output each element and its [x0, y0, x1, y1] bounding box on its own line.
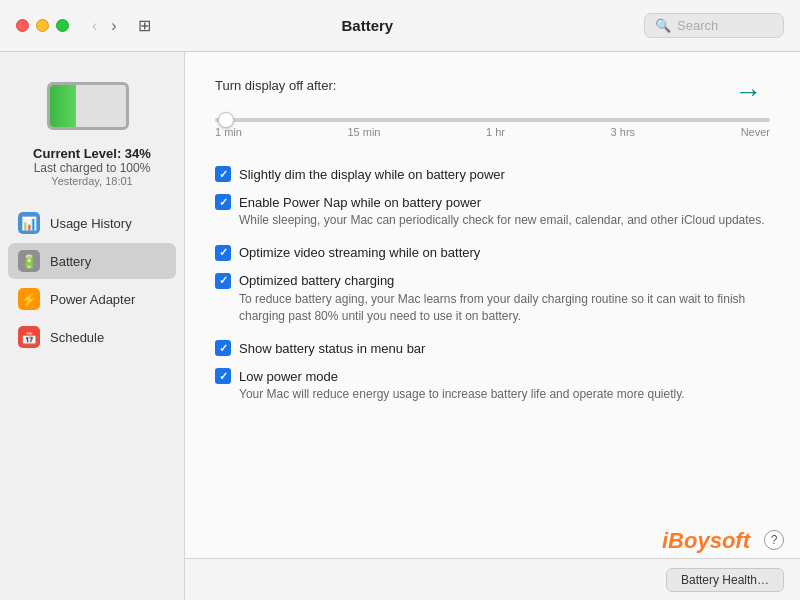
option-label-power-nap: Enable Power Nap while on battery power [239, 195, 481, 210]
option-label-low-power: Low power mode [239, 369, 338, 384]
slider-labels: 1 min 15 min 1 hr 3 hrs Never [215, 126, 770, 138]
bottom-bar: Battery Health… [185, 558, 800, 600]
option-item-dim-display: ✓Slightly dim the display while on batte… [215, 160, 770, 188]
checkbox-optimized-charging[interactable]: ✓ [215, 273, 231, 289]
slider-track[interactable] [215, 118, 770, 122]
option-description-low-power: Your Mac will reduce energy usage to inc… [239, 386, 770, 403]
checkbox-power-nap[interactable]: ✓ [215, 194, 231, 210]
battery-time-text: Yesterday, 18:01 [10, 175, 174, 187]
checkbox-video-streaming[interactable]: ✓ [215, 245, 231, 261]
slider-label-1hr: 1 hr [486, 126, 505, 138]
options-list: ✓Slightly dim the display while on batte… [215, 160, 770, 413]
schedule-icon: 📅 [18, 326, 40, 348]
search-box[interactable]: 🔍 Search [644, 13, 784, 38]
arrow-right-icon: → [734, 76, 762, 108]
battery-fill [50, 85, 76, 127]
slider-label-1min: 1 min [215, 126, 242, 138]
battery-icon: 🔋 [18, 250, 40, 272]
option-label-video-streaming: Optimize video streaming while on batter… [239, 245, 480, 260]
sidebar-item-label: Power Adapter [50, 292, 135, 307]
slider-container[interactable]: 1 min 15 min 1 hr 3 hrs Never [215, 118, 770, 138]
sidebar-item-label: Battery [50, 254, 91, 269]
back-button[interactable]: ‹ [87, 15, 102, 37]
checkbox-battery-status[interactable]: ✓ [215, 340, 231, 356]
option-label-battery-status: Show battery status in menu bar [239, 341, 425, 356]
option-item-battery-status: ✓Show battery status in menu bar [215, 334, 770, 362]
maximize-button[interactable] [56, 19, 69, 32]
option-label-dim-display: Slightly dim the display while on batter… [239, 167, 505, 182]
slider-label-never: Never [741, 126, 770, 138]
option-description-power-nap: While sleeping, your Mac can periodicall… [239, 212, 770, 229]
sidebar-item-label: Schedule [50, 330, 104, 345]
battery-charged-text: Last charged to 100% [10, 161, 174, 175]
battery-health-button[interactable]: Battery Health… [666, 568, 784, 592]
search-placeholder: Search [677, 18, 718, 33]
close-button[interactable] [16, 19, 29, 32]
right-panel: Turn display off after: → 1 min 15 min 1… [185, 52, 800, 600]
sidebar-item-schedule[interactable]: 📅 Schedule [8, 319, 176, 355]
display-off-label: Turn display off after: [215, 78, 336, 93]
option-item-low-power: ✓Low power modeYour Mac will reduce ener… [215, 362, 770, 413]
main-content: Current Level: 34% Last charged to 100% … [0, 52, 800, 600]
battery-info: Current Level: 34% Last charged to 100% … [0, 146, 184, 187]
battery-icon-container [0, 82, 184, 132]
traffic-lights [16, 19, 69, 32]
option-label-optimized-charging: Optimized battery charging [239, 273, 394, 288]
option-description-optimized-charging: To reduce battery aging, your Mac learns… [239, 291, 770, 325]
help-button[interactable]: ? [764, 530, 784, 550]
option-item-optimized-charging: ✓Optimized battery chargingTo reduce bat… [215, 267, 770, 335]
slider-label-3hrs: 3 hrs [611, 126, 635, 138]
slider-thumb[interactable] [218, 112, 234, 128]
option-item-power-nap: ✓Enable Power Nap while on battery power… [215, 188, 770, 239]
battery-level-text: Current Level: 34% [10, 146, 174, 161]
sidebar: Current Level: 34% Last charged to 100% … [0, 52, 185, 600]
sidebar-nav: 📊 Usage History 🔋 Battery ⚡ Power Adapte… [0, 205, 184, 355]
battery-graphic [47, 82, 137, 132]
search-icon: 🔍 [655, 18, 671, 33]
battery-body [47, 82, 129, 130]
sidebar-item-battery[interactable]: 🔋 Battery [8, 243, 176, 279]
slider-label-15min: 15 min [347, 126, 380, 138]
titlebar: ‹ › ⊞ Battery 🔍 Search [0, 0, 800, 52]
display-off-section: Turn display off after: → 1 min 15 min 1… [215, 76, 770, 138]
power-adapter-icon: ⚡ [18, 288, 40, 310]
minimize-button[interactable] [36, 19, 49, 32]
sidebar-item-power-adapter[interactable]: ⚡ Power Adapter [8, 281, 176, 317]
sidebar-item-usage-history[interactable]: 📊 Usage History [8, 205, 176, 241]
page-title: Battery [103, 17, 632, 34]
option-item-video-streaming: ✓Optimize video streaming while on batte… [215, 239, 770, 267]
checkbox-dim-display[interactable]: ✓ [215, 166, 231, 182]
usage-history-icon: 📊 [18, 212, 40, 234]
checkbox-low-power[interactable]: ✓ [215, 368, 231, 384]
sidebar-item-label: Usage History [50, 216, 132, 231]
